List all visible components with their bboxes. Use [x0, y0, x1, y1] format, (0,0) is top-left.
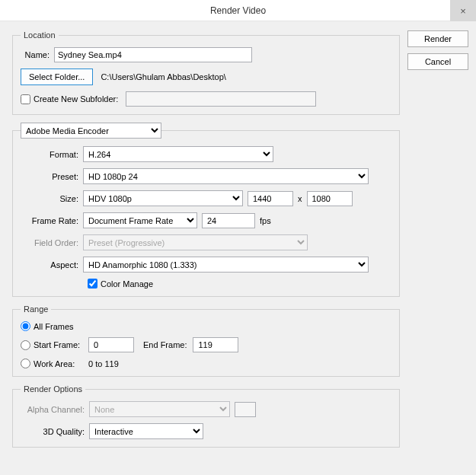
- name-input[interactable]: [54, 47, 252, 62]
- preset-label: Preset:: [21, 172, 83, 181]
- work-area-value: 0 to 119: [88, 359, 119, 368]
- start-frame-radio[interactable]: [21, 340, 30, 350]
- framerate-label: Frame Rate:: [21, 216, 83, 225]
- range-group: Range All Frames Start Frame: End Frame:…: [12, 304, 400, 377]
- all-frames-radio[interactable]: [21, 321, 30, 331]
- render-options-group: Render Options Alpha Channel: None 3D Qu…: [12, 384, 400, 448]
- select-folder-button[interactable]: Select Folder...: [21, 69, 93, 85]
- location-group: Location Name: Select Folder... C:\Users…: [12, 30, 400, 115]
- folder-path: C:\Users\Ghulam Abbas\Desktop\: [93, 72, 225, 81]
- quality-select[interactable]: Interactive: [89, 423, 203, 439]
- render-button[interactable]: Render: [407, 30, 468, 47]
- framerate-select[interactable]: Document Frame Rate: [83, 212, 197, 228]
- preset-select[interactable]: HD 1080p 24: [83, 168, 369, 184]
- all-frames-label: All Frames: [34, 322, 74, 331]
- encoder-select[interactable]: Adobe Media Encoder: [21, 123, 161, 139]
- height-input[interactable]: [307, 191, 353, 206]
- create-subfolder-label: Create New Subfolder:: [34, 94, 118, 104]
- aspect-label: Aspect:: [21, 260, 83, 269]
- cancel-button[interactable]: Cancel: [407, 53, 468, 70]
- alpha-color-box: [235, 402, 256, 417]
- size-select[interactable]: HDV 1080p: [83, 190, 243, 206]
- color-manage-label: Color Manage: [101, 279, 153, 289]
- aspect-select[interactable]: HD Anamorphic 1080 (1.333): [83, 257, 369, 273]
- range-legend: Range: [21, 304, 51, 314]
- close-button[interactable]: ×: [450, 0, 476, 21]
- create-subfolder-checkbox[interactable]: [21, 94, 30, 104]
- color-manage-checkbox[interactable]: [88, 279, 97, 289]
- name-label: Name:: [21, 50, 54, 59]
- location-legend: Location: [21, 30, 59, 40]
- fieldorder-select: Preset (Progressive): [83, 234, 308, 250]
- close-icon: ×: [460, 5, 466, 17]
- end-frame-input[interactable]: [193, 337, 238, 352]
- end-frame-label: End Frame:: [134, 340, 193, 349]
- fps-label: fps: [255, 216, 271, 225]
- start-frame-input[interactable]: [88, 337, 134, 352]
- work-area-radio[interactable]: [21, 359, 30, 368]
- framerate-input[interactable]: [202, 213, 255, 228]
- format-select[interactable]: H.264: [83, 146, 273, 162]
- window-title: Render Video: [210, 5, 266, 16]
- titlebar: Render Video ×: [0, 0, 476, 21]
- encoder-group: Adobe Media Encoder Format: H.264 Preset…: [12, 123, 400, 297]
- format-label: Format:: [21, 150, 83, 159]
- fieldorder-label: Field Order:: [21, 238, 83, 247]
- render-options-legend: Render Options: [21, 384, 85, 394]
- work-area-label: Work Area:: [34, 359, 88, 368]
- x-separator: x: [293, 194, 307, 203]
- alpha-select: None: [89, 401, 230, 417]
- size-label: Size:: [21, 194, 83, 203]
- quality-label: 3D Quality:: [21, 427, 89, 436]
- subfolder-input: [126, 91, 316, 107]
- width-input[interactable]: [248, 191, 293, 206]
- alpha-label: Alpha Channel:: [21, 405, 89, 414]
- start-frame-label: Start Frame:: [34, 340, 88, 349]
